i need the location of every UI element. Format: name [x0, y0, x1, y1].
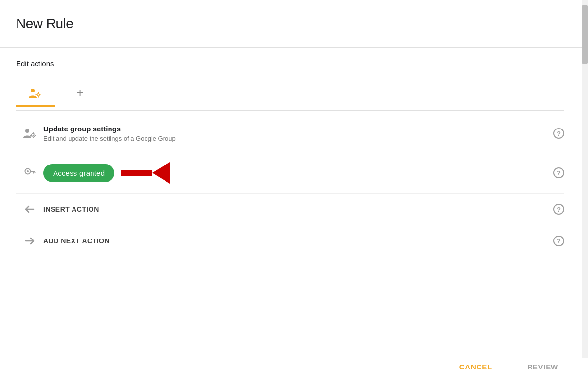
svg-rect-14 — [30, 135, 32, 136]
svg-rect-20 — [35, 172, 36, 174]
review-button[interactable]: REVIEW — [514, 357, 572, 377]
section-title: Edit actions — [16, 59, 564, 68]
tab-add[interactable]: + — [55, 75, 105, 110]
svg-rect-12 — [33, 132, 34, 134]
action-icon-insert — [16, 203, 43, 215]
help-icon-group[interactable]: ? — [553, 128, 564, 139]
svg-rect-6 — [36, 94, 37, 95]
action-help-access: ? — [549, 167, 564, 178]
svg-point-0 — [31, 89, 35, 92]
svg-point-17 — [27, 170, 29, 172]
insert-action-label: INSERT ACTION — [43, 205, 549, 213]
action-help-insert: ? — [549, 204, 564, 215]
action-content-access: Access granted — [43, 162, 549, 184]
action-help-group: ? — [549, 128, 564, 139]
action-title-group: Update group settings — [43, 125, 549, 133]
svg-point-3 — [38, 94, 39, 95]
add-next-action-label: ADD NEXT ACTION — [43, 237, 549, 245]
scrollbar[interactable] — [582, 0, 588, 358]
plus-icon: + — [67, 81, 93, 104]
scrollbar-thumb — [582, 5, 588, 64]
help-icon-access[interactable]: ? — [553, 167, 564, 178]
action-row-next[interactable]: ADD NEXT ACTION ? — [16, 225, 564, 257]
svg-rect-18 — [30, 171, 35, 172]
tabs-row: + — [16, 75, 564, 111]
action-content-group: Update group settings Edit and update th… — [43, 125, 549, 142]
action-row-update-group: Update group settings Edit and update th… — [16, 115, 564, 152]
action-subtitle-group: Edit and update the settings of a Google… — [43, 135, 549, 142]
action-help-next: ? — [549, 236, 564, 246]
action-row-access: Access granted ? — [16, 152, 564, 194]
svg-point-11 — [33, 135, 34, 136]
cancel-button[interactable]: CANCEL — [446, 357, 506, 377]
arrow-head — [152, 162, 170, 184]
page-title: New Rule — [16, 16, 564, 32]
access-granted-button[interactable]: Access granted — [43, 164, 114, 182]
dialog-container: New Rule Edit actions — [0, 0, 588, 386]
action-icon-next — [16, 235, 43, 247]
people-gear-icon — [28, 86, 43, 100]
tab-group-settings[interactable] — [16, 80, 55, 106]
svg-rect-19 — [33, 172, 34, 174]
dialog-footer: CANCEL REVIEW — [0, 348, 588, 386]
svg-rect-7 — [39, 94, 41, 95]
dialog-body[interactable]: New Rule Edit actions — [0, 0, 588, 348]
action-content-next: ADD NEXT ACTION — [43, 237, 549, 245]
help-icon-insert[interactable]: ? — [553, 204, 564, 215]
svg-point-8 — [25, 129, 29, 133]
svg-rect-15 — [35, 135, 36, 136]
svg-rect-5 — [38, 96, 39, 98]
help-icon-next[interactable]: ? — [553, 236, 564, 246]
svg-rect-4 — [38, 92, 39, 93]
red-arrow-annotation — [121, 162, 170, 184]
action-icon-group — [16, 127, 43, 140]
top-divider — [0, 47, 588, 48]
actions-list: Update group settings Edit and update th… — [16, 115, 564, 257]
arrow-shaft — [121, 170, 152, 176]
action-icon-key — [16, 166, 43, 179]
svg-rect-13 — [33, 137, 34, 139]
action-row-insert[interactable]: INSERT ACTION ? — [16, 194, 564, 225]
action-content-insert: INSERT ACTION — [43, 205, 549, 213]
